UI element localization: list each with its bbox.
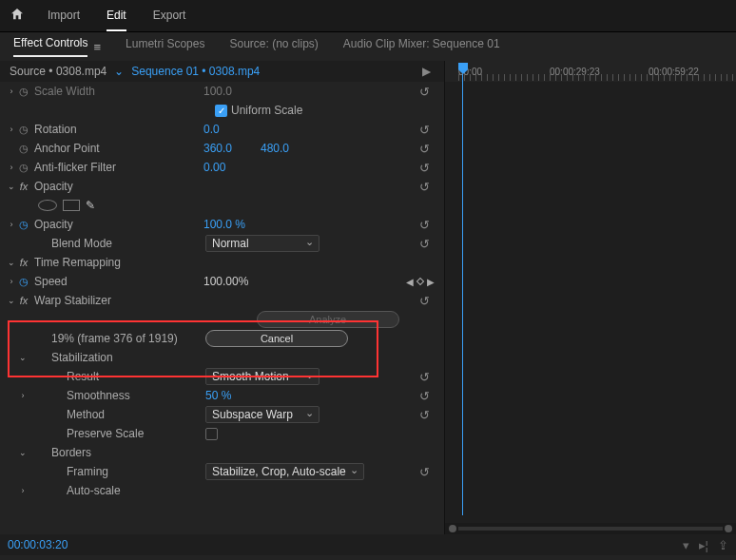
next-keyframe-icon[interactable]: ▶: [427, 277, 435, 287]
uniform-scale-checkbox[interactable]: ✓: [215, 105, 227, 117]
reset-icon[interactable]: ↺: [419, 389, 436, 403]
tab-export[interactable]: Export: [153, 1, 186, 31]
export-frame-icon[interactable]: ⇪: [718, 538, 728, 552]
chevron-right-icon[interactable]: ›: [6, 125, 17, 134]
source-clip-label: Source • 0308.mp4: [10, 65, 107, 78]
stabilization-label: Stabilization: [29, 351, 202, 364]
reset-icon[interactable]: ↺: [419, 123, 436, 137]
chevron-right-icon[interactable]: ›: [6, 87, 17, 96]
playback-icon[interactable]: ▸¦: [699, 538, 708, 552]
scroll-handle-right[interactable]: [725, 525, 732, 532]
reset-icon[interactable]: ↺: [419, 465, 436, 479]
chevron-down-icon[interactable]: ⌄: [6, 296, 17, 305]
tab-lumetri-scopes[interactable]: Lumetri Scopes: [126, 37, 204, 56]
tab-source[interactable]: Source: (no clips): [229, 37, 318, 56]
panel-menu-icon[interactable]: ≡: [93, 40, 101, 54]
blend-mode-select[interactable]: Normal: [205, 235, 320, 252]
scroll-handle-left[interactable]: [449, 525, 456, 532]
method-label: Method: [29, 408, 205, 421]
chevron-right-icon[interactable]: ›: [17, 391, 29, 400]
tab-import[interactable]: Import: [48, 1, 80, 31]
smoothness-label: Smoothness: [29, 389, 205, 402]
stopwatch-icon[interactable]: ◷: [17, 276, 30, 288]
antiflicker-value[interactable]: 0.00: [203, 161, 337, 174]
fx-badge[interactable]: fx: [17, 295, 30, 306]
workspace-tabs: Import Edit Export: [48, 1, 185, 31]
timeline-panel: 00:00 00:00:29:23 00:00:59:22: [445, 61, 736, 534]
prev-keyframe-icon[interactable]: ◀: [406, 277, 414, 287]
tab-effect-controls[interactable]: Effect Controls: [13, 36, 87, 57]
smoothness-value[interactable]: 50 %: [205, 389, 339, 402]
sequence-clip-link[interactable]: Sequence 01 • 0308.mp4: [131, 65, 260, 78]
playhead-line: [462, 74, 463, 515]
stopwatch-icon[interactable]: ◷: [17, 86, 30, 98]
mask-rect-icon[interactable]: [63, 200, 80, 211]
cancel-button[interactable]: Cancel: [205, 330, 348, 347]
mask-ellipse-icon[interactable]: [38, 200, 57, 211]
reset-icon[interactable]: ↺: [419, 294, 436, 308]
time-ruler[interactable]: 00:00 00:00:29:23 00:00:59:22: [445, 61, 736, 82]
chevron-right-icon[interactable]: ›: [6, 163, 17, 172]
method-select[interactable]: Subspace Warp: [205, 406, 320, 423]
reset-icon[interactable]: ↺: [419, 85, 436, 99]
source-dropdown-icon[interactable]: ⌄: [114, 65, 124, 78]
source-row: Source • 0308.mp4 ⌄ Sequence 01 • 0308.m…: [0, 61, 444, 82]
mask-pen-icon[interactable]: ✎: [86, 199, 95, 212]
chevron-down-icon[interactable]: ⌄: [17, 448, 29, 457]
borders-label: Borders: [29, 446, 202, 459]
scroll-track[interactable]: [458, 527, 723, 531]
reset-icon[interactable]: ↺: [419, 161, 436, 175]
chevron-right-icon[interactable]: ›: [17, 486, 29, 495]
reset-icon[interactable]: ↺: [419, 218, 436, 232]
tab-edit[interactable]: Edit: [107, 1, 126, 31]
framing-select[interactable]: Stabilize, Crop, Auto-scale: [205, 463, 364, 480]
reset-icon[interactable]: ↺: [419, 408, 436, 422]
reset-icon[interactable]: ↺: [419, 237, 436, 251]
add-keyframe-icon[interactable]: [416, 278, 424, 285]
panel-tabs: Effect Controls ≡ Lumetri Scopes Source:…: [0, 32, 736, 61]
result-select[interactable]: Smooth Motion: [205, 368, 320, 385]
stopwatch-icon[interactable]: ◷: [17, 143, 30, 155]
tab-audio-mixer[interactable]: Audio Clip Mixer: Sequence 01: [343, 37, 500, 56]
top-bar: Import Edit Export: [0, 0, 736, 32]
speed-label: Speed: [30, 275, 203, 288]
rotation-value[interactable]: 0.0: [203, 123, 337, 136]
reset-icon[interactable]: ↺: [419, 370, 436, 384]
chevron-right-icon[interactable]: ›: [6, 277, 17, 286]
anchor-y-value[interactable]: 480.0: [261, 142, 394, 155]
stopwatch-icon[interactable]: ◷: [17, 219, 30, 231]
opacity-value[interactable]: 100.0 %: [203, 218, 337, 231]
scale-width-label: Scale Width: [30, 85, 203, 98]
reset-icon[interactable]: ↺: [419, 180, 436, 194]
stopwatch-icon[interactable]: ◷: [17, 162, 30, 174]
opacity-label: Opacity: [30, 218, 203, 231]
preserve-scale-label: Preserve Scale: [29, 427, 205, 440]
timecode-label[interactable]: 00:00:03:20: [8, 538, 68, 551]
fx-badge[interactable]: fx: [17, 257, 30, 268]
chevron-right-icon[interactable]: ›: [6, 220, 17, 229]
framing-label: Framing: [29, 465, 205, 478]
playhead-toggle-icon[interactable]: ▶: [422, 65, 431, 78]
uniform-scale-label: Uniform Scale: [231, 104, 302, 117]
warp-stabilizer-label: Warp Stabilizer: [30, 294, 203, 307]
analyze-button[interactable]: Analyze: [257, 311, 399, 328]
filter-icon[interactable]: ▾: [683, 538, 689, 552]
horizontal-scrollbar[interactable]: [445, 523, 736, 534]
opacity-group-label: Opacity: [30, 180, 203, 193]
antiflicker-label: Anti-flicker Filter: [30, 161, 203, 174]
progress-label: 19% (frame 376 of 1919): [29, 332, 205, 345]
reset-icon[interactable]: ↺: [419, 142, 436, 156]
chevron-down-icon[interactable]: ⌄: [17, 353, 29, 362]
anchor-point-label: Anchor Point: [30, 142, 203, 155]
scale-width-value[interactable]: 100.0: [203, 85, 337, 98]
ruler-ticks: [458, 74, 736, 81]
anchor-x-value[interactable]: 360.0: [203, 142, 261, 155]
speed-value[interactable]: 100.00%: [203, 275, 337, 288]
preserve-scale-checkbox[interactable]: [205, 428, 218, 440]
stopwatch-icon[interactable]: ◷: [17, 124, 30, 136]
home-icon[interactable]: [10, 7, 25, 25]
chevron-down-icon[interactable]: ⌄: [6, 258, 17, 267]
chevron-down-icon[interactable]: ⌄: [6, 182, 17, 191]
footer: 00:00:03:20 ▾ ▸¦ ⇪: [0, 534, 736, 555]
fx-badge[interactable]: fx: [17, 181, 30, 192]
